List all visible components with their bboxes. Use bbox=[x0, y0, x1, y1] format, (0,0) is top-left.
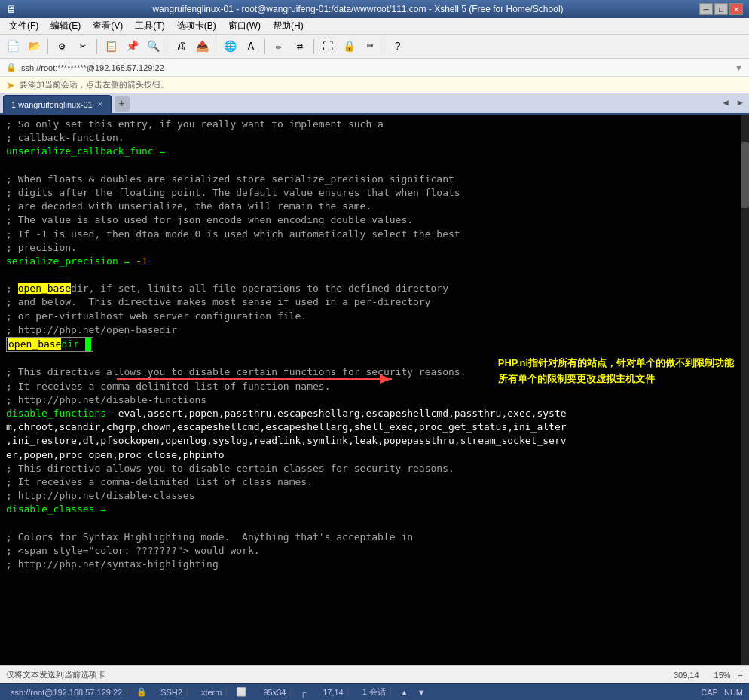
keyboard-button[interactable]: ⌨ bbox=[360, 38, 380, 56]
scroll-down-button[interactable]: ▼ bbox=[417, 688, 426, 697]
toolbar-separator-4 bbox=[216, 39, 216, 54]
paste-button[interactable]: 📌 bbox=[122, 38, 142, 56]
titlebar: 🖥 wangruifenglinux-01 - root@wangruifeng… bbox=[0, 0, 749, 18]
properties-button[interactable]: ⚙ bbox=[52, 38, 72, 56]
tab-1[interactable]: 1 wangruifenglinux-01 ✕ bbox=[3, 95, 112, 113]
lock-indicator: 🔒 bbox=[136, 687, 147, 697]
terminal[interactable]: ; So only set this entry, if you really … bbox=[0, 115, 749, 665]
send-button[interactable]: 📤 bbox=[192, 38, 212, 56]
scroll-percent: 15% bbox=[714, 671, 731, 680]
protocol-label: SSH2 bbox=[156, 688, 188, 697]
new-session-button[interactable]: 📄 bbox=[3, 38, 23, 56]
open-button[interactable]: 📂 bbox=[24, 38, 44, 56]
toolbar-separator-3 bbox=[167, 39, 167, 54]
arrow-icon: ➤ bbox=[6, 79, 15, 91]
fullscreen-button[interactable]: ⛶ bbox=[318, 38, 338, 56]
cursor-position: 309,14 bbox=[674, 671, 699, 680]
session-path: ssh://root@192.168.57.129:22 bbox=[6, 688, 127, 697]
scrollbar-thumb[interactable] bbox=[741, 142, 749, 209]
toolbar-separator-6 bbox=[313, 39, 314, 54]
infobar-text: 要添加当前会话，点击左侧的箭头按钮。 bbox=[20, 79, 169, 90]
bottombar-right: CAP NUM bbox=[701, 688, 743, 697]
font-button[interactable]: A bbox=[241, 38, 261, 56]
titlebar-icon: 🖥 bbox=[6, 3, 17, 15]
titlebar-title: wangruifenglinux-01 - root@wangruifeng-0… bbox=[17, 4, 699, 14]
cursor-icon: ┌ bbox=[300, 688, 306, 697]
menu-tabs[interactable]: 选项卡(B) bbox=[171, 18, 222, 35]
close-button[interactable]: ✕ bbox=[729, 3, 743, 15]
cursor-coords: 17,14 bbox=[318, 688, 349, 697]
infobar: ➤ 要添加当前会话，点击左侧的箭头按钮。 bbox=[0, 77, 749, 93]
toolbar-separator-7 bbox=[384, 39, 384, 54]
terminal-area: ; So only set this entry, if you really … bbox=[0, 115, 749, 665]
toolbar-separator-1 bbox=[47, 39, 48, 54]
toolbar: 📄 📂 ⚙ ✂ 📋 📌 🔍 🖨 📤 🌐 A ✏ ⇄ ⛶ 🔒 ⌨ ? bbox=[0, 35, 749, 59]
menu-edit[interactable]: 编辑(E) bbox=[44, 18, 87, 35]
copy-button[interactable]: 📋 bbox=[101, 38, 121, 56]
addressbar: 🔒 ssh://root:*********@192.168.57.129:22… bbox=[0, 59, 749, 77]
menu-window[interactable]: 窗口(W) bbox=[222, 18, 267, 35]
help-icon-button[interactable]: ? bbox=[388, 38, 408, 56]
tab-1-label: 1 wangruifenglinux-01 bbox=[11, 100, 93, 109]
find-button[interactable]: 🔍 bbox=[143, 38, 163, 56]
bottombar-left: ssh://root@192.168.57.129:22 🔒 SSH2 xter… bbox=[6, 686, 426, 698]
minimize-button[interactable]: ─ bbox=[699, 3, 713, 15]
bottombar: ssh://root@192.168.57.129:22 🔒 SSH2 xter… bbox=[0, 683, 749, 700]
toolbar-separator-5 bbox=[264, 39, 265, 54]
compose-button[interactable]: ✏ bbox=[269, 38, 289, 56]
tab-next-button[interactable]: ▶ bbox=[735, 96, 746, 110]
terminal-size-icon: ⬜ bbox=[236, 687, 246, 697]
addressbar-text: ssh://root:*********@192.168.57.129:22 bbox=[21, 63, 164, 72]
disconnect-button[interactable]: ✂ bbox=[73, 38, 93, 56]
lock-button[interactable]: 🔒 bbox=[339, 38, 359, 56]
caps-indicator: CAP bbox=[701, 688, 718, 697]
maximize-button[interactable]: □ bbox=[714, 3, 728, 15]
num-indicator: NUM bbox=[724, 688, 743, 697]
terminal-size: 95x34 bbox=[258, 688, 291, 697]
menu-tools[interactable]: 工具(T) bbox=[129, 18, 170, 35]
tab-1-close[interactable]: ✕ bbox=[97, 100, 103, 109]
tab-add-button[interactable]: + bbox=[115, 96, 130, 112]
addressbar-dropdown[interactable]: ▼ bbox=[735, 63, 743, 72]
terminal-content: ; So only set this entry, if you really … bbox=[6, 118, 743, 571]
tab-prev-button[interactable]: ◀ bbox=[720, 96, 732, 110]
terminal-scrollbar[interactable] bbox=[741, 115, 749, 665]
transfer-button[interactable]: ⇄ bbox=[290, 38, 310, 56]
scrollbar-icon[interactable]: ≡ bbox=[738, 671, 743, 680]
tab-navigation: ◀ ▶ bbox=[720, 96, 746, 113]
print-button[interactable]: 🖨 bbox=[171, 38, 191, 56]
tabbar: 1 wangruifenglinux-01 ✕ + ◀ ▶ bbox=[0, 93, 749, 115]
scroll-up-button[interactable]: ▲ bbox=[400, 688, 408, 697]
sessions-count: 1 会话 bbox=[358, 686, 391, 698]
lock-icon: 🔒 bbox=[6, 63, 17, 72]
menubar: 文件(F) 编辑(E) 查看(V) 工具(T) 选项卡(B) 窗口(W) 帮助(… bbox=[0, 18, 749, 35]
titlebar-controls: ─ □ ✕ bbox=[699, 3, 743, 15]
statusbar: 仅将文本发送到当前选项卡 309,14 15% ≡ bbox=[0, 665, 749, 683]
encoding-label: xterm bbox=[197, 688, 228, 697]
menu-help[interactable]: 帮助(H) bbox=[267, 18, 310, 35]
globe-button[interactable]: 🌐 bbox=[220, 38, 240, 56]
toolbar-separator-2 bbox=[96, 39, 97, 54]
statusbar-text: 仅将文本发送到当前选项卡 bbox=[6, 669, 105, 680]
menu-view[interactable]: 查看(V) bbox=[87, 18, 129, 35]
menu-file[interactable]: 文件(F) bbox=[3, 18, 44, 35]
